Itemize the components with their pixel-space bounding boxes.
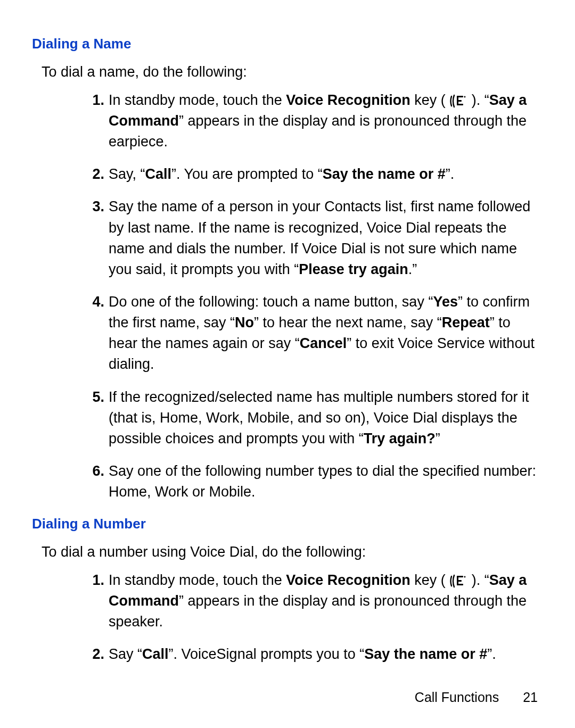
step-number: 2.: [85, 164, 104, 185]
step-item: 6. Say one of the following number types…: [85, 461, 543, 502]
section-heading: Dialing a Number: [32, 514, 543, 534]
voice-recognition-icon: [449, 574, 467, 589]
step-item: 2. Say, “Call”. You are prompted to “Say…: [85, 164, 543, 185]
step-item: 1. In standby mode, touch the Voice Reco…: [85, 570, 543, 632]
step-text: Say one of the following number types to…: [109, 463, 536, 500]
step-text: Do one of the following: touch a name bu…: [109, 294, 535, 372]
svg-rect-7: [457, 580, 462, 582]
step-number: 5.: [85, 387, 104, 408]
svg-rect-8: [457, 584, 463, 585]
svg-point-4: [464, 96, 466, 97]
step-text: If the recognized/selected name has mult…: [109, 389, 529, 446]
svg-point-9: [464, 576, 466, 578]
manual-page: Dialing a NameTo dial a name, do the fol…: [0, 0, 575, 728]
step-number: 1.: [85, 90, 104, 111]
step-number: 2.: [85, 644, 104, 665]
step-number: 3.: [85, 196, 104, 217]
step-item: 4. Do one of the following: touch a name…: [85, 292, 543, 375]
step-text: In standby mode, touch the Voice Recogni…: [109, 572, 527, 630]
step-text: Say “Call”. VoiceSignal prompts you to “…: [109, 646, 496, 662]
page-footer: Call Functions 21: [415, 688, 538, 707]
section-heading: Dialing a Name: [32, 34, 543, 54]
steps-list: 1. In standby mode, touch the Voice Reco…: [32, 570, 543, 665]
step-item: 1. In standby mode, touch the Voice Reco…: [85, 90, 543, 152]
footer-page-number: 21: [523, 690, 538, 705]
step-item: 3. Say the name of a person in your Cont…: [85, 196, 543, 280]
step-text: Say, “Call”. You are prompted to “Say th…: [109, 166, 454, 182]
steps-list: 1. In standby mode, touch the Voice Reco…: [32, 90, 543, 502]
footer-section: Call Functions: [415, 690, 499, 705]
step-text: Say the name of a person in your Contact…: [109, 198, 530, 277]
section-intro: To dial a name, do the following:: [42, 62, 543, 82]
voice-recognition-icon: [449, 94, 467, 109]
step-item: 2. Say “Call”. VoiceSignal prompts you t…: [85, 644, 543, 665]
step-number: 6.: [85, 461, 104, 482]
step-item: 5. If the recognized/selected name has m…: [85, 387, 543, 449]
svg-rect-2: [457, 100, 462, 102]
step-text: In standby mode, touch the Voice Recogni…: [109, 92, 527, 150]
step-number: 4.: [85, 292, 104, 312]
section-intro: To dial a number using Voice Dial, do th…: [42, 542, 543, 562]
step-number: 1.: [85, 570, 104, 591]
svg-rect-3: [457, 104, 463, 105]
